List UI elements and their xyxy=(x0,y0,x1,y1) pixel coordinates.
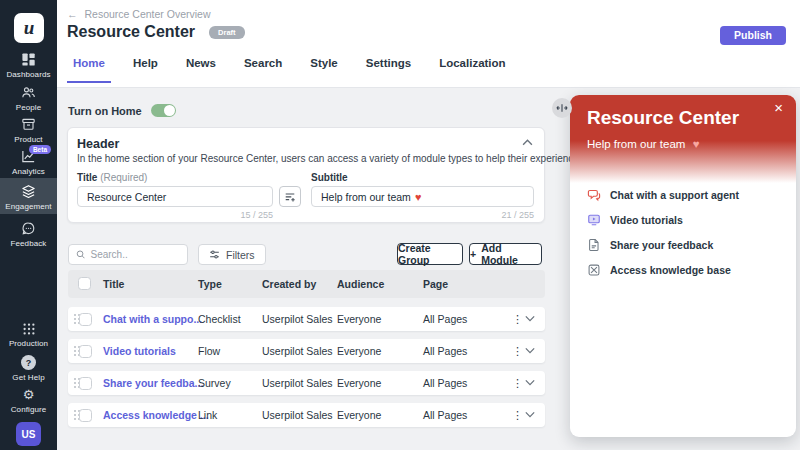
row-created-by: Userpilot Sales xyxy=(262,371,333,395)
chevron-down-icon[interactable] xyxy=(525,379,535,386)
row-title-link[interactable]: Share your feedba... xyxy=(103,371,203,395)
chevron-down-icon[interactable] xyxy=(525,347,535,354)
tab-settings[interactable]: Settings xyxy=(360,57,417,83)
row-page: All Pages xyxy=(423,307,467,331)
dashboards-icon xyxy=(21,52,36,67)
sidebar-item-label: Feedback xyxy=(11,239,47,248)
userpilot-logo[interactable]: u xyxy=(14,13,44,43)
title-label-text: Title xyxy=(77,172,97,183)
preview-item-knowledge[interactable]: Access knowledge base xyxy=(587,257,739,282)
row-type: Checklist xyxy=(198,307,241,331)
sidebar-item-label: Engagement xyxy=(5,202,51,211)
sidebar-item-feedback[interactable]: Feedback xyxy=(0,221,57,248)
tab-help[interactable]: Help xyxy=(127,57,164,83)
beta-badge: Beta xyxy=(29,145,51,154)
publish-button[interactable]: Publish xyxy=(720,26,786,45)
preview-header: × Resource Center Help from our team ♥ xyxy=(570,95,796,183)
row-title-link[interactable]: Access knowledge ... xyxy=(103,403,209,427)
title-input[interactable]: Resource Center xyxy=(77,186,273,207)
row-page: All Pages xyxy=(423,371,467,395)
chevron-down-icon[interactable] xyxy=(525,315,535,322)
heart-icon: ♥ xyxy=(693,138,700,150)
required-suffix: (Required) xyxy=(100,172,147,183)
search-input[interactable] xyxy=(90,249,180,260)
row-audience: Everyone xyxy=(337,339,381,363)
preview-item-feedback[interactable]: Share your feedback xyxy=(587,232,739,257)
row-title-link[interactable]: Chat with a suppo... xyxy=(103,307,202,331)
column-title: Title xyxy=(103,270,124,298)
document-icon xyxy=(587,238,601,252)
preview-item-label: Access knowledge base xyxy=(610,264,731,276)
filters-label: Filters xyxy=(226,249,255,261)
tab-localization[interactable]: Localization xyxy=(433,57,511,83)
knowledge-base-icon xyxy=(587,263,601,277)
sidebar-item-configure[interactable]: ⚙ Configure xyxy=(0,387,57,414)
back-link[interactable]: ← Resource Center Overview xyxy=(67,8,211,20)
tab-news[interactable]: News xyxy=(180,57,222,83)
table-row: Access knowledge ... Link Userpilot Sale… xyxy=(68,403,545,427)
header-card: Header In the home section of your Resou… xyxy=(67,127,545,223)
sidebar-item-label: Get Help xyxy=(12,373,44,382)
filters-icon xyxy=(209,249,220,260)
row-audience: Everyone xyxy=(337,403,381,427)
localization-insert-button[interactable] xyxy=(279,186,301,207)
select-all-checkbox[interactable] xyxy=(78,277,91,290)
row-title-link[interactable]: Video tutorials xyxy=(103,339,176,363)
tab-home[interactable]: Home xyxy=(67,57,111,83)
preview-item-chat[interactable]: Chat with a support agent xyxy=(587,182,739,207)
sidebar-item-analytics[interactable]: Beta Analytics xyxy=(0,149,57,176)
subtitle-field-label: Subtitle xyxy=(311,172,348,183)
sidebar-item-dashboards[interactable]: Dashboards xyxy=(0,52,57,79)
resize-arrows-icon xyxy=(556,102,568,114)
chevron-down-icon[interactable] xyxy=(525,411,535,418)
sidebar-item-label: Analytics xyxy=(12,167,45,176)
row-created-by: Userpilot Sales xyxy=(262,403,333,427)
preview-item-video[interactable]: Video tutorials xyxy=(587,207,739,232)
add-module-button[interactable]: + Add Module xyxy=(469,243,542,265)
back-arrow-icon: ← xyxy=(67,8,78,20)
subtitle-input[interactable]: Help from our team ♥ xyxy=(311,186,534,207)
back-label: Resource Center Overview xyxy=(85,8,211,20)
sidebar-item-product[interactable]: Product xyxy=(0,117,57,144)
engagement-icon xyxy=(21,184,36,199)
title-field-label: Title (Required) xyxy=(77,172,147,183)
configure-gear-icon: ⚙ xyxy=(23,387,35,402)
table-row: Share your feedba... Survey Userpilot Sa… xyxy=(68,371,545,395)
row-menu-kebab-icon[interactable]: ⋮ xyxy=(512,403,523,427)
tab-style[interactable]: Style xyxy=(304,57,344,83)
row-audience: Everyone xyxy=(337,307,381,331)
sidebar-item-get-help[interactable]: ? Get Help xyxy=(0,355,57,382)
row-menu-kebab-icon[interactable]: ⋮ xyxy=(512,339,523,363)
turn-on-home-toggle[interactable] xyxy=(151,104,176,117)
get-help-icon: ? xyxy=(21,355,36,370)
table-row: Chat with a suppo... Checklist Userpilot… xyxy=(68,307,545,331)
row-menu-kebab-icon[interactable]: ⋮ xyxy=(512,307,523,331)
page-title: Resource Center xyxy=(67,23,195,41)
tab-search[interactable]: Search xyxy=(238,57,288,83)
row-checkbox[interactable] xyxy=(79,409,92,422)
row-audience: Everyone xyxy=(337,371,381,395)
row-menu-kebab-icon[interactable]: ⋮ xyxy=(512,371,523,395)
sidebar-item-production[interactable]: Production xyxy=(0,322,57,348)
close-icon[interactable]: × xyxy=(774,99,783,116)
subtitle-label-text: Subtitle xyxy=(311,172,348,183)
toggle-knob xyxy=(164,105,175,116)
create-group-button[interactable]: Create Group xyxy=(397,243,463,265)
search-icon xyxy=(76,249,85,260)
tab-bar: Home Help News Search Style Settings Loc… xyxy=(67,57,512,83)
heart-icon: ♥ xyxy=(415,191,422,203)
text-lines-plus-icon xyxy=(284,191,296,203)
row-checkbox[interactable] xyxy=(79,377,92,390)
user-avatar[interactable]: US xyxy=(16,422,41,446)
row-type: Flow xyxy=(198,339,220,363)
row-checkbox[interactable] xyxy=(79,345,92,358)
row-page: All Pages xyxy=(423,339,467,363)
status-badge: Draft xyxy=(209,26,245,39)
panel-resize-handle[interactable] xyxy=(552,98,572,118)
sidebar-item-people[interactable]: People xyxy=(0,85,57,112)
row-checkbox[interactable] xyxy=(79,313,92,326)
sidebar-item-engagement[interactable]: Engagement xyxy=(0,178,57,214)
filters-button[interactable]: Filters xyxy=(198,244,266,265)
chevron-up-icon[interactable] xyxy=(522,139,533,146)
header-card-title: Header xyxy=(77,137,119,151)
